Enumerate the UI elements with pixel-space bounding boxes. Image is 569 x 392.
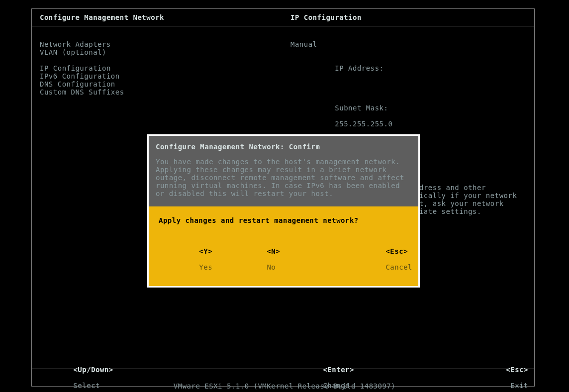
menu-item-custom-dns-suffixes[interactable]: Custom DNS Suffixes [40, 88, 290, 96]
detail-value: 255.255.255.0 [335, 120, 392, 128]
dialog-cancel-label: Cancel [385, 263, 412, 271]
dialog-yes-button[interactable]: <Y> Yes [155, 239, 212, 279]
menu-spacer [40, 56, 290, 64]
dialog-no-key: <N> [267, 247, 280, 255]
right-title: IP Configuration [290, 13, 534, 21]
dialog-title: Configure Management Network: Confirm [156, 143, 411, 151]
dialog-yes-key: <Y> [199, 247, 212, 255]
detail-subnet-mask: Subnet Mask: 255.255.255.0 [290, 96, 524, 136]
dialog-no-button[interactable]: <N> No [222, 239, 280, 279]
dialog-cancel-button[interactable]: <Esc> Cancel [341, 239, 412, 279]
hint-key: <Enter> [323, 366, 354, 374]
menu-item-ip-configuration[interactable]: IP Configuration [40, 64, 290, 72]
dialog-no-label: No [267, 263, 276, 271]
hint-key: <Up/Down> [73, 366, 113, 374]
menu-item-ipv6-configuration[interactable]: IPv6 Configuration [40, 72, 290, 80]
confirm-dialog: Configure Management Network: Confirm Yo… [147, 134, 420, 288]
detail-label: Subnet Mask: [335, 104, 388, 112]
detail-value [335, 80, 339, 88]
menu-item-network-adapters[interactable]: Network Adapters [40, 40, 290, 48]
detail-label: IP Address: [335, 64, 383, 72]
dialog-cancel-key: <Esc> [385, 247, 408, 255]
detail-ip-address: IP Address: [290, 56, 524, 96]
hint-key: <Esc> [506, 366, 528, 374]
version-text: VMware ESXi 5.1.0 (VMKernel Release Buil… [0, 382, 569, 392]
dialog-question: Apply changes and restart management net… [155, 216, 412, 224]
title-row: Configure Management Network IP Configur… [32, 9, 534, 26]
dialog-body: You have made changes to the host's mana… [156, 158, 411, 197]
menu-item-dns-configuration[interactable]: DNS Configuration [40, 80, 290, 88]
detail-spacer [290, 48, 524, 56]
left-title: Configure Management Network [32, 13, 290, 21]
detail-mode: Manual [290, 40, 524, 48]
menu-item-vlan-optional[interactable]: VLAN (optional) [40, 48, 290, 56]
dialog-yes-label: Yes [199, 263, 212, 271]
